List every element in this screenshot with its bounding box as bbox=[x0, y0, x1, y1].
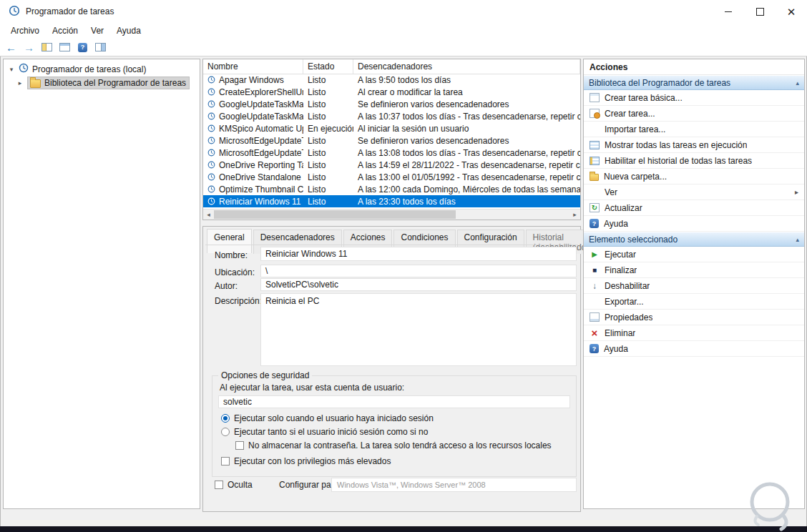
action-item[interactable]: Propiedades bbox=[584, 310, 804, 325]
action-item[interactable]: Crear tarea básica... bbox=[584, 90, 804, 106]
task-row[interactable]: MicrosoftEdgeUpdateTa...ListoA las 13:08… bbox=[203, 147, 580, 159]
action-item-label: Nueva carpeta... bbox=[604, 172, 667, 182]
column-header-desencadenadores[interactable]: Desencadenadores bbox=[353, 59, 580, 74]
action-section-header[interactable]: Elemento seleccionado▴ bbox=[584, 232, 804, 247]
task-name: Apagar Windows bbox=[203, 75, 303, 85]
menu-ver[interactable]: Ver bbox=[84, 24, 110, 37]
action-item[interactable]: Crear tarea... bbox=[584, 106, 804, 122]
task-row[interactable]: KMSpico Automatic Up...En ejecuciónAl in… bbox=[203, 122, 580, 134]
action-item[interactable]: Importar tarea... bbox=[584, 122, 804, 137]
descripcion-field[interactable]: Reinicia el PC bbox=[260, 293, 577, 366]
task-row[interactable]: OneDrive Reporting Tas...ListoA las 14:5… bbox=[203, 159, 580, 171]
tab-general[interactable]: General bbox=[207, 229, 252, 253]
tree-item-task-scheduler-library[interactable]: ▸ Biblioteca del Programador de tareas bbox=[4, 76, 200, 89]
action-item[interactable]: Finalizar bbox=[584, 262, 804, 278]
scroll-left-icon[interactable]: ◂ bbox=[203, 211, 214, 218]
task-row[interactable]: Apagar WindowsListoA las 9:50 todos los … bbox=[203, 74, 580, 86]
forward-button[interactable]: → bbox=[21, 39, 37, 55]
actions-sections: Biblioteca del Programador de tareas▴Cre… bbox=[584, 75, 804, 357]
ubicacion-field[interactable]: \ bbox=[260, 265, 577, 277]
icon-placeholder bbox=[590, 187, 600, 197]
task-row[interactable]: Optimize Thumbnail Ca...ListoA las 12:00… bbox=[203, 183, 580, 195]
action-item-label: Deshabilitar bbox=[605, 281, 650, 291]
action-item[interactable]: Mostrar todas las tareas en ejecución bbox=[584, 137, 804, 153]
window-title: Programador de tareas bbox=[26, 6, 114, 16]
maximize-button[interactable] bbox=[744, 0, 776, 23]
help-icon bbox=[590, 219, 599, 228]
task-row[interactable]: MicrosoftEdgeUpdateTa...ListoSe definier… bbox=[203, 134, 580, 147]
show-hide-tree-button[interactable] bbox=[39, 39, 55, 55]
autor-label: Autor: bbox=[215, 281, 238, 291]
action-item[interactable]: Ayuda bbox=[584, 216, 804, 232]
task-trigger: A las 14:59 el 28/11/2022 - Tras desenca… bbox=[353, 160, 580, 170]
scroll-right-icon[interactable]: ▸ bbox=[569, 211, 580, 218]
menu-ayuda[interactable]: Ayuda bbox=[110, 24, 147, 37]
radio-run-any[interactable] bbox=[221, 428, 230, 436]
collapse-icon[interactable]: ▴ bbox=[796, 236, 799, 243]
radio-run-logged-in[interactable] bbox=[221, 414, 230, 423]
scrollbar-thumb[interactable] bbox=[214, 210, 456, 219]
close-button[interactable]: ✕ bbox=[776, 0, 807, 23]
minimize-button[interactable] bbox=[713, 0, 744, 23]
configure-for-select[interactable]: Windows Vista™, Windows Server™ 2008 bbox=[331, 478, 577, 492]
task-status: Listo bbox=[303, 197, 353, 207]
tree-item-task-scheduler-local[interactable]: ▾ Programador de tareas (local) bbox=[4, 62, 200, 76]
menu-accion[interactable]: Acción bbox=[46, 24, 84, 37]
autor-field[interactable]: SolveticPC\solvetic bbox=[260, 278, 577, 291]
maximize-icon bbox=[756, 8, 764, 16]
checkbox-no-password[interactable] bbox=[235, 441, 244, 450]
action-item[interactable]: Ayuda bbox=[584, 341, 804, 357]
action-item[interactable]: Nueva carpeta... bbox=[584, 169, 804, 184]
action-item-label: Habilitar el historial de todas las tare… bbox=[605, 156, 752, 166]
action-item[interactable]: Ver▸ bbox=[584, 184, 804, 200]
task-row[interactable]: OneDrive Standalone U...ListoA las 13:00… bbox=[203, 171, 580, 183]
action-item-label: Finalizar bbox=[605, 265, 637, 275]
task-row[interactable]: Reiniciar Windows 11ListoA las 23:30 tod… bbox=[203, 195, 580, 207]
task-status: Listo bbox=[303, 160, 353, 170]
export-list-button[interactable] bbox=[57, 39, 73, 55]
checkbox-highest-privileges[interactable] bbox=[221, 457, 230, 466]
task-row[interactable]: CreateExplorerShellUnel...ListoAl crear … bbox=[203, 86, 580, 98]
account-field[interactable]: solvetic bbox=[218, 395, 570, 408]
action-item[interactable]: Eliminar bbox=[584, 325, 804, 341]
action-item[interactable]: Exportar... bbox=[584, 294, 804, 310]
checkbox-oculta[interactable] bbox=[215, 481, 223, 489]
column-header-estado[interactable]: Estado bbox=[303, 59, 353, 74]
action-item[interactable]: Deshabilitar bbox=[584, 278, 804, 294]
back-button[interactable]: ← bbox=[3, 39, 19, 55]
action-item[interactable]: Actualizar bbox=[584, 200, 804, 216]
scrollbar-track[interactable] bbox=[214, 210, 569, 220]
action-item[interactable]: Ejecutar bbox=[584, 247, 804, 262]
column-header-nombre[interactable]: Nombre bbox=[203, 59, 303, 74]
horizontal-scrollbar[interactable]: ◂ ▸ bbox=[203, 209, 580, 220]
section-header-label: Biblioteca del Programador de tareas bbox=[589, 78, 730, 88]
action-item-label: Mostrar todas las tareas en ejecución bbox=[605, 140, 747, 150]
show-hide-actions-button[interactable] bbox=[92, 39, 109, 55]
export-list-icon bbox=[59, 43, 70, 51]
action-item-label: Importar tarea... bbox=[605, 124, 665, 134]
account-label: Al ejecutar la tarea, usar esta cuenta d… bbox=[220, 383, 404, 393]
task-status: Listo bbox=[303, 87, 353, 97]
submenu-arrow-icon: ▸ bbox=[795, 188, 798, 196]
action-item[interactable]: Habilitar el historial de todas las tare… bbox=[584, 153, 804, 169]
expand-arrow-icon[interactable]: ▸ bbox=[16, 79, 24, 87]
help-button[interactable] bbox=[74, 39, 91, 55]
menu-archivo[interactable]: Archivo bbox=[4, 24, 46, 37]
task-row[interactable]: GoogleUpdateTaskMac...ListoSe definieron… bbox=[203, 98, 580, 110]
radio-run-any-label: Ejecutar tanto si el usuario inició sesi… bbox=[234, 427, 428, 437]
collapse-arrow-icon[interactable]: ▾ bbox=[8, 66, 15, 73]
task-trigger: Se definieron varios desencadenadores bbox=[353, 99, 580, 109]
action-item-label: Propiedades bbox=[605, 312, 652, 322]
collapse-icon[interactable]: ▴ bbox=[796, 79, 799, 87]
security-options-group: Opciones de seguridad Al ejecutar la tar… bbox=[212, 375, 577, 477]
task-name: CreateExplorerShellUnel... bbox=[203, 87, 303, 97]
run-icon bbox=[590, 250, 600, 260]
checkbox-no-password-label: No almacenar la contraseña. La tarea sol… bbox=[248, 440, 552, 450]
nombre-field[interactable]: Reiniciar Windows 11 bbox=[260, 247, 577, 261]
show-hide-actions-icon bbox=[95, 43, 106, 51]
action-section-header[interactable]: Biblioteca del Programador de tareas▴ bbox=[584, 75, 804, 90]
task-row[interactable]: GoogleUpdateTaskMac...ListoA las 10:37 t… bbox=[203, 110, 580, 122]
task-status: Listo bbox=[303, 112, 353, 122]
task-status: Listo bbox=[303, 75, 353, 85]
task-name: OneDrive Standalone U... bbox=[203, 172, 303, 182]
